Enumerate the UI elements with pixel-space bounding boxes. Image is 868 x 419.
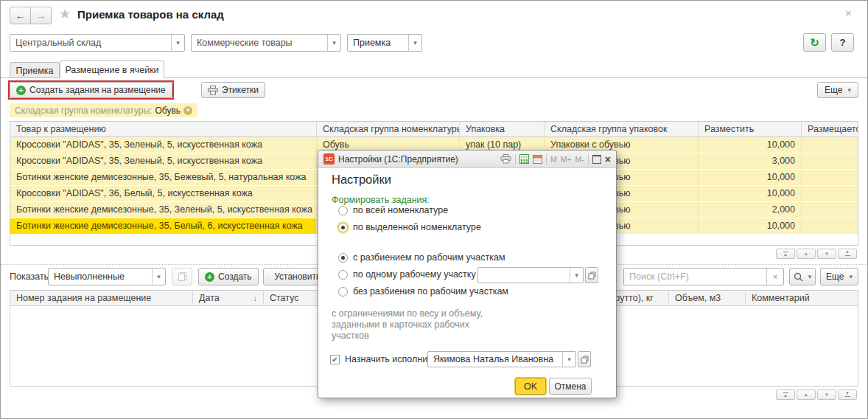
cell-qty[interactable]: 10,000: [699, 137, 802, 153]
back-button[interactable]: ←: [10, 7, 31, 24]
product-group-select[interactable]: Коммерческие товары ▾: [191, 34, 341, 52]
help-button[interactable]: ?: [831, 33, 854, 52]
nav-buttons: ← →: [10, 7, 52, 24]
executor-select[interactable]: Якимова Наталья Ивановна ▾: [427, 351, 576, 367]
column-header-group[interactable]: Складская группа номенклатуры: [317, 122, 460, 137]
print-icon[interactable]: [500, 154, 511, 164]
column-header-volume[interactable]: Объем, м3: [669, 291, 746, 306]
cell-placing[interactable]: [802, 153, 858, 169]
radio-label: по одному рабочему участку: [353, 269, 476, 280]
cell-placing[interactable]: [802, 137, 858, 153]
cell-qty[interactable]: 2,000: [699, 202, 802, 218]
weight-volume-note: с ограничениями по весу и объему, заданн…: [332, 308, 492, 342]
search-box: ×: [623, 268, 784, 285]
scroll-last-button[interactable]: ▼: [838, 389, 857, 400]
cell-product[interactable]: Кроссовки "ADIDAS", 35, Зеленый, 5, иску…: [10, 153, 317, 169]
chevron-down-icon: ▾: [808, 273, 812, 280]
operation-select[interactable]: Приемка ▾: [347, 34, 422, 52]
scroll-down-button[interactable]: ▼: [817, 389, 836, 400]
refresh-button[interactable]: ↻: [803, 33, 826, 52]
forward-icon: →: [36, 10, 46, 21]
radio-all-nomenclature[interactable]: по всей номенклатуре: [338, 205, 448, 215]
copy-button[interactable]: [172, 268, 192, 285]
form-tasks-group-label: Формировать задания:: [332, 195, 430, 205]
ok-button[interactable]: OK: [515, 378, 546, 395]
memory-add-button[interactable]: M+: [561, 155, 572, 164]
warehouse-select[interactable]: Центральный склад ▾: [10, 34, 185, 52]
help-icon: ?: [840, 37, 846, 48]
more-button-tasks[interactable]: Еще ▾: [820, 268, 858, 285]
radio-label: по всей номенклатуре: [353, 205, 448, 215]
chevron-down-icon: ▾: [171, 35, 184, 51]
calendar-icon[interactable]: [533, 154, 542, 164]
radio-no-split[interactable]: без разбиения по рабочим участкам: [338, 286, 508, 297]
dialog-close-icon[interactable]: ×: [605, 154, 611, 165]
scroll-up-button[interactable]: ▲: [797, 249, 816, 259]
scroll-down-button[interactable]: ▼: [817, 249, 836, 259]
radio-split-by-work-areas[interactable]: с разбиением по рабочим участкам: [338, 252, 505, 263]
tab-receipt[interactable]: Приемка: [10, 62, 60, 78]
open-executor-button[interactable]: [578, 351, 591, 367]
cell-qty[interactable]: 10,000: [699, 170, 802, 185]
warehouse-value: Центральный склад: [10, 38, 171, 48]
radio-selected-nomenclature[interactable]: по выделенной номенклатуре: [338, 222, 481, 232]
cell-product[interactable]: Кроссовки "ADIDAS", 35, Зеленый, 5, иску…: [10, 137, 317, 153]
memory-subtract-button[interactable]: M-: [575, 155, 584, 164]
cell-product[interactable]: Ботинки женские демисезонные, 35, Бежевы…: [10, 170, 317, 185]
memory-recall-button[interactable]: M: [550, 155, 557, 164]
open-icon: [588, 271, 596, 280]
labels-button[interactable]: Этикетки: [201, 82, 265, 98]
forward-button[interactable]: →: [31, 7, 52, 24]
more-button-top[interactable]: Еще ▾: [817, 82, 858, 98]
create-task-button[interactable]: + Создать: [198, 268, 259, 285]
scroll-first-button[interactable]: ▲: [776, 389, 795, 400]
app-window: ← → ★ Приемка товаров на склад × Централ…: [0, 0, 868, 419]
column-header-task-number[interactable]: Номер задания на размещение: [10, 291, 193, 306]
column-header-placing[interactable]: Размещается: [802, 122, 858, 137]
cell-placing[interactable]: [802, 186, 858, 201]
cell-product[interactable]: Ботинки женские демисезонные, 35, Белый,…: [10, 218, 317, 234]
column-header-product[interactable]: Товар к размещению: [10, 122, 317, 137]
scroll-down-icon: ▼: [845, 392, 850, 395]
filter-tag: Складская группа номенклатуры: Обувь ×: [10, 103, 197, 117]
cancel-button[interactable]: Отмена: [549, 378, 592, 395]
column-header-comment[interactable]: Комментарий: [746, 291, 858, 306]
calculator-icon[interactable]: [519, 154, 529, 164]
page-title: Приемка товаров на склад: [77, 8, 224, 21]
column-header-date[interactable]: Дата ↓: [193, 291, 264, 306]
work-area-select[interactable]: ▾: [477, 267, 584, 283]
open-work-area-button[interactable]: [585, 267, 598, 283]
show-filter-select[interactable]: Невыполненные ▾: [48, 268, 166, 285]
column-header-pack[interactable]: Упаковка: [460, 122, 545, 137]
maximize-icon[interactable]: [592, 155, 601, 164]
close-form-icon[interactable]: ×: [845, 7, 852, 18]
create-placement-tasks-button[interactable]: + Создать задания на размещение: [10, 82, 172, 98]
cell-qty[interactable]: 3,000: [699, 153, 802, 169]
product-group-value: Коммерческие товары: [192, 38, 327, 48]
cell-placing[interactable]: [802, 218, 858, 234]
plus-icon: +: [16, 86, 26, 95]
cell-qty[interactable]: 10,000: [699, 218, 802, 234]
remove-filter-icon[interactable]: ×: [183, 106, 192, 115]
column-header-qty[interactable]: Разместить: [699, 122, 802, 137]
radio-label: без разбиения по рабочим участкам: [353, 286, 508, 297]
tab-placement[interactable]: Размещение в ячейки: [60, 60, 164, 78]
favorite-star-icon[interactable]: ★: [59, 7, 71, 21]
cell-placing[interactable]: [802, 170, 858, 185]
scroll-last-button[interactable]: ▼: [838, 249, 857, 259]
button-label: Создать задания на размещение: [29, 85, 166, 95]
cell-qty[interactable]: 10,000: [699, 186, 802, 201]
column-header-pack-group[interactable]: Складская группа упаковок: [545, 122, 699, 137]
scroll-first-button[interactable]: ▲: [776, 249, 795, 259]
clear-search-icon[interactable]: ×: [766, 269, 783, 285]
radio-single-work-area[interactable]: по одному рабочему участку: [338, 269, 476, 280]
cell-placing[interactable]: [802, 202, 858, 218]
search-input[interactable]: [624, 269, 766, 285]
search-button[interactable]: ▾: [789, 268, 816, 285]
cell-product[interactable]: Ботинки женские демисезонные, 35, Зелены…: [10, 202, 317, 218]
column-label: Дата: [199, 293, 220, 303]
chevron-down-icon: ▾: [152, 269, 165, 285]
cell-product[interactable]: Кроссовки "ADIDAS", 36, Белый, 5, искусс…: [10, 186, 317, 201]
scroll-up-button[interactable]: ▲: [797, 389, 816, 400]
highlight-box: + Создать задания на размещение: [8, 80, 174, 100]
